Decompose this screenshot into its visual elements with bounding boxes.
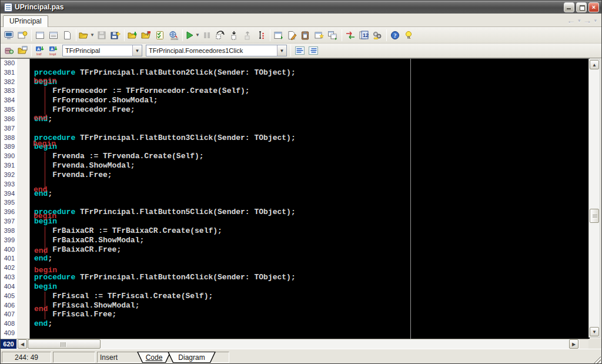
breakpoint-gutter[interactable]	[17, 115, 31, 124]
chevron-down-icon[interactable]: ▼	[277, 45, 286, 56]
project-options-button[interactable]	[371, 29, 384, 42]
code-text[interactable]: FrFornecedor.Free;	[31, 105, 590, 115]
window-list-button[interactable]	[47, 29, 61, 42]
line-number[interactable]: 397	[1, 217, 17, 226]
view-form-button[interactable]	[272, 29, 286, 42]
chevron-down-icon[interactable]: ▼	[195, 32, 200, 38]
code-text[interactable]: FrFiscal.ShowModal;end	[31, 301, 590, 310]
line-number[interactable]: 391	[1, 161, 17, 171]
breakpoint-gutter[interactable]	[17, 217, 31, 226]
method-list-indent-button[interactable]	[306, 44, 320, 57]
method-list-button[interactable]	[293, 44, 306, 57]
breakpoint-gutter[interactable]	[17, 161, 31, 171]
method-selector-combo[interactable]: TFrPrincipal.Fornecedores1Click ▼	[146, 45, 287, 56]
code-text[interactable]: end;end	[31, 189, 590, 199]
breakpoint-gutter[interactable]	[17, 263, 31, 273]
chevron-down-icon[interactable]: ▼	[132, 45, 142, 56]
line-number[interactable]: 395	[1, 198, 17, 208]
line-number[interactable]: 390	[1, 152, 17, 161]
breakpoint-gutter[interactable]	[17, 189, 31, 199]
nav-back-button[interactable]: ←	[566, 15, 577, 25]
line-number[interactable]: 402	[1, 263, 17, 273]
breakpoint-gutter[interactable]	[17, 142, 31, 152]
code-text[interactable]: FrBaixaCR.Free;end	[31, 245, 590, 255]
code-text[interactable]: FrBaixaCR.ShowModal;	[31, 236, 590, 245]
line-number[interactable]: 387	[1, 124, 17, 133]
code-text[interactable]: Frvenda := TFrvenda.Create(Self);	[31, 152, 590, 161]
vertical-scrollbar-thumb[interactable]	[590, 209, 599, 223]
line-number[interactable]: 403	[1, 273, 17, 282]
line-number[interactable]: 396	[1, 208, 17, 217]
run-to-cursor-button[interactable]	[255, 29, 268, 42]
inherit-form-button[interactable]	[326, 29, 340, 42]
code-text[interactable]	[31, 198, 590, 208]
resize-grip[interactable]	[593, 356, 601, 364]
goto-implementation-button[interactable]: AImpl	[47, 44, 61, 57]
new-items-button[interactable]	[61, 29, 74, 42]
breakpoint-gutter[interactable]	[17, 86, 31, 96]
breakpoint-gutter[interactable]	[17, 171, 31, 180]
scroll-right-icon[interactable]: ▶	[569, 339, 578, 349]
add-to-project-button[interactable]	[140, 29, 153, 42]
breakpoint-gutter[interactable]	[17, 68, 31, 78]
line-number[interactable]: 399	[1, 236, 17, 245]
breakpoint-gutter[interactable]	[17, 282, 31, 292]
breakpoint-gutter[interactable]	[17, 133, 31, 143]
line-number[interactable]: 385	[1, 105, 17, 115]
breakpoint-gutter[interactable]	[17, 273, 31, 282]
code-text[interactable]: FrFiscal.Free;	[31, 310, 590, 319]
breakpoint-gutter[interactable]	[17, 301, 31, 310]
new-window-button[interactable]	[34, 29, 47, 42]
breakpoint-gutter[interactable]	[17, 310, 31, 319]
line-number[interactable]: 398	[1, 226, 17, 236]
horizontal-scrollbar[interactable]: 620 ◀ ▶	[1, 339, 590, 349]
breakpoint-gutter[interactable]	[17, 198, 31, 208]
code-text[interactable]	[31, 263, 590, 273]
breakpoint-gutter[interactable]	[17, 319, 31, 329]
line-number[interactable]: 381	[1, 68, 17, 78]
code-text[interactable]: FrFornecedor.ShowModal;	[31, 96, 590, 105]
code-text[interactable]: end;	[31, 254, 590, 263]
horizontal-scrollbar-thumb[interactable]	[28, 339, 101, 349]
code-text[interactable]: end;	[31, 319, 590, 329]
scroll-left-icon[interactable]: ◀	[18, 339, 27, 349]
line-number[interactable]: 380	[1, 59, 17, 68]
nav-forward-dropdown[interactable]: ▾	[594, 18, 597, 24]
restore-button[interactable]	[576, 2, 587, 12]
line-number[interactable]: 405	[1, 292, 17, 301]
breakpoint-gutter[interactable]	[17, 96, 31, 105]
code-text[interactable]: Frvenda.Free;	[31, 171, 590, 180]
line-number[interactable]: 384	[1, 96, 17, 105]
code-text[interactable]: FrBaixaCR := TFrBaixaCR.Create(self);	[31, 226, 590, 236]
title-bar[interactable]: UPrincipal.pas ×	[1, 1, 601, 14]
code-text[interactable]: procedure TFrPrincipal.FlatButton4Click(…	[31, 273, 590, 282]
translation-manager-button[interactable]: IOIOI	[167, 29, 180, 42]
step-over-button[interactable]	[214, 29, 228, 42]
code-text[interactable]	[31, 59, 590, 68]
trace-into-button[interactable]	[228, 29, 241, 42]
minimize-button[interactable]	[564, 2, 574, 12]
code-text[interactable]: procedure TFrPrincipal.FlatButton2Click(…	[31, 68, 590, 78]
line-number[interactable]: 406	[1, 301, 17, 310]
line-number[interactable]: 389	[1, 142, 17, 152]
save-all-button[interactable]	[109, 29, 122, 42]
breakpoint-gutter[interactable]	[17, 59, 31, 68]
breakpoint-gutter[interactable]	[17, 180, 31, 189]
help-button[interactable]: ?	[389, 29, 402, 42]
code-text[interactable]	[31, 180, 590, 189]
code-text[interactable]: beginbegin	[31, 217, 590, 226]
breakpoint-gutter[interactable]	[17, 78, 31, 87]
code-text[interactable]: FrFornecedor := TFrFornecedor.Create(Sel…	[31, 86, 590, 96]
step-out-button[interactable]	[241, 29, 255, 42]
toggle-form-unit-button[interactable]	[299, 29, 313, 42]
install-packages-button[interactable]	[2, 44, 16, 57]
breakpoint-gutter[interactable]	[17, 226, 31, 236]
code-text[interactable]: end;end	[31, 115, 590, 124]
line-number[interactable]: 388	[1, 133, 17, 143]
breakpoint-gutter[interactable]	[17, 329, 31, 338]
vertical-scrollbar[interactable]: ▲ ▼	[588, 59, 600, 338]
insight-button[interactable]	[402, 29, 416, 42]
view-tab-diagram[interactable]: Diagram	[168, 352, 216, 363]
view-units-button[interactable]: 12	[357, 29, 371, 42]
breakpoint-gutter[interactable]	[17, 152, 31, 161]
